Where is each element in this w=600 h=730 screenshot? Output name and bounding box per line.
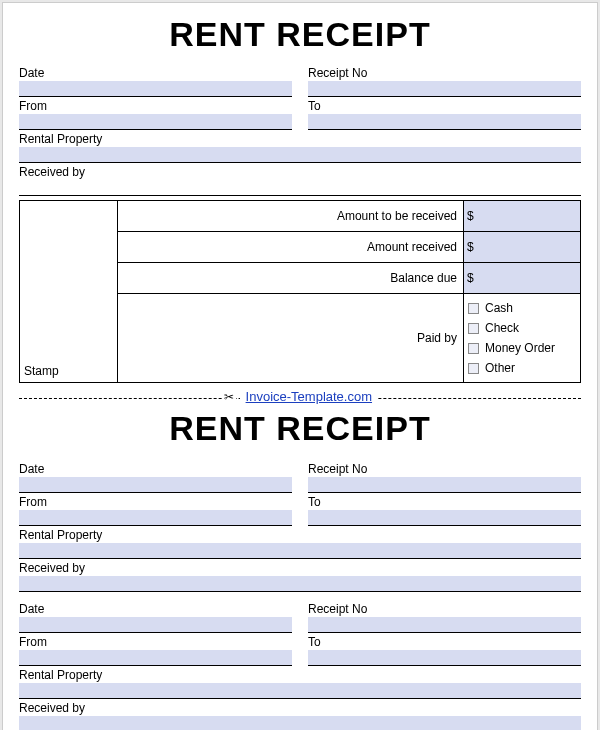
receipt-no-label: Receipt No — [308, 600, 581, 616]
amount-to-be-received-label: Amount to be received — [118, 201, 464, 231]
template-link[interactable]: Invoice-Template.com — [240, 389, 378, 404]
receipt-2: RENT RECEIPT Date Receipt No From To Ren… — [19, 409, 581, 592]
balance-due-label: Balance due — [118, 263, 464, 293]
to-label: To — [308, 493, 581, 509]
paid-by-label: Paid by — [118, 294, 464, 382]
received-by-input[interactable] — [19, 576, 581, 592]
to-input[interactable] — [308, 650, 581, 666]
balance-due-input[interactable]: $ — [464, 263, 580, 293]
rental-property-label: Rental Property — [19, 666, 581, 682]
stamp-area: Stamp — [20, 201, 118, 382]
scissor-icon: ✂ — [222, 390, 236, 404]
from-label: From — [19, 97, 292, 113]
amount-to-be-received-input[interactable]: $ — [464, 201, 580, 231]
pay-method-money-order[interactable]: Money Order — [468, 338, 576, 358]
received-by-label: Received by — [19, 699, 581, 715]
to-label: To — [308, 633, 581, 649]
amount-grid: Stamp Amount to be received $ Amount rec… — [19, 200, 581, 383]
rental-property-label: Rental Property — [19, 526, 581, 542]
rental-property-input[interactable] — [19, 543, 581, 559]
receipt-no-label: Receipt No — [308, 460, 581, 476]
amount-received-label: Amount received — [118, 232, 464, 262]
pay-method-label: Other — [485, 361, 515, 375]
pay-method-label: Cash — [485, 301, 513, 315]
checkbox-icon[interactable] — [468, 363, 479, 374]
date-label: Date — [19, 600, 292, 616]
pay-method-other[interactable]: Other — [468, 358, 576, 378]
checkbox-icon[interactable] — [468, 323, 479, 334]
checkbox-icon[interactable] — [468, 303, 479, 314]
from-label: From — [19, 633, 292, 649]
receipt-no-input[interactable] — [308, 617, 581, 633]
received-by-label: Received by — [19, 163, 581, 179]
received-by-input[interactable] — [19, 716, 581, 730]
to-label: To — [308, 97, 581, 113]
currency-symbol: $ — [464, 201, 478, 231]
from-input[interactable] — [19, 114, 292, 130]
receipt-no-input[interactable] — [308, 81, 581, 97]
date-input[interactable] — [19, 477, 292, 493]
page-title: RENT RECEIPT — [19, 409, 581, 448]
to-input[interactable] — [308, 114, 581, 130]
date-input[interactable] — [19, 617, 292, 633]
rental-property-input[interactable] — [19, 147, 581, 163]
from-input[interactable] — [19, 510, 292, 526]
currency-symbol: $ — [464, 263, 478, 293]
stamp-label: Stamp — [24, 364, 113, 378]
from-label: From — [19, 493, 292, 509]
currency-symbol: $ — [464, 232, 478, 262]
pay-method-label: Money Order — [485, 341, 555, 355]
receipt-no-input[interactable] — [308, 477, 581, 493]
receipt-no-label: Receipt No — [308, 64, 581, 80]
pay-method-label: Check — [485, 321, 519, 335]
pay-method-check[interactable]: Check — [468, 318, 576, 338]
received-by-label: Received by — [19, 559, 581, 575]
rental-property-label: Rental Property — [19, 130, 581, 146]
date-input[interactable] — [19, 81, 292, 97]
pay-method-cash[interactable]: Cash — [468, 298, 576, 318]
amount-received-input[interactable]: $ — [464, 232, 580, 262]
receipt-1: RENT RECEIPT Date Receipt No From To Ren… — [19, 15, 581, 383]
from-input[interactable] — [19, 650, 292, 666]
cut-line: ✂ Invoice-Template.com — [19, 389, 581, 407]
to-input[interactable] — [308, 510, 581, 526]
date-label: Date — [19, 64, 292, 80]
rental-property-input[interactable] — [19, 683, 581, 699]
checkbox-icon[interactable] — [468, 343, 479, 354]
receipt-3: Date Receipt No From To Rental Property — [19, 600, 581, 730]
received-by-input[interactable] — [19, 180, 581, 196]
page-title: RENT RECEIPT — [19, 15, 581, 54]
date-label: Date — [19, 460, 292, 476]
rent-receipt-page: RENT RECEIPT Date Receipt No From To Ren… — [2, 2, 598, 730]
payment-methods: Cash Check Money Order Other — [464, 294, 580, 382]
